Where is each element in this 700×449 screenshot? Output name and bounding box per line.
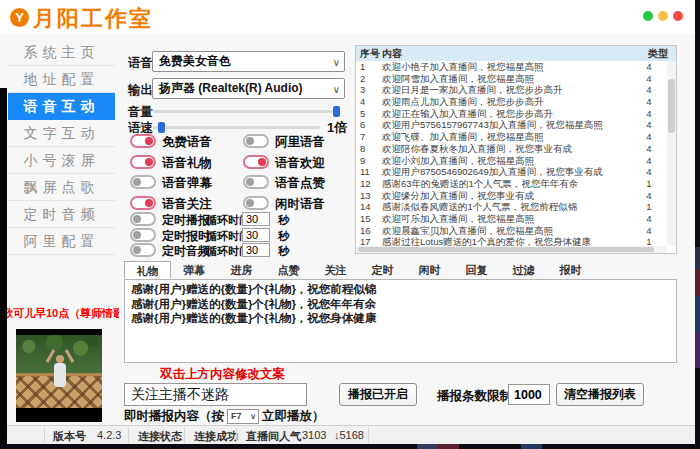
broadcast-toggle-button[interactable]: 播报已开启 bbox=[339, 383, 417, 406]
version-label: 版本号 bbox=[53, 429, 86, 444]
row-no: 7 bbox=[356, 131, 382, 143]
hotkey-select[interactable]: F7∨ bbox=[227, 409, 259, 424]
table-row[interactable]: 12感谢63年的兔赠送的1个人气票，祝您年年有余1 bbox=[356, 178, 667, 190]
ali-voice-toggle[interactable] bbox=[243, 134, 269, 148]
template-editor[interactable]: 感谢{用户}赠送的{数量}个{礼物}，祝您前程似锦感谢{用户}赠送的{数量}个{… bbox=[124, 279, 677, 363]
editor-line: 感谢{用户}赠送的{数量}个{礼物}，祝您身体健康 bbox=[131, 311, 670, 326]
clear-list-button[interactable]: 清空播报列表 bbox=[556, 383, 644, 406]
person-figure bbox=[52, 349, 68, 401]
row-type: 4 bbox=[631, 213, 667, 225]
voice-select[interactable]: 免费美女音色 ∨ bbox=[152, 51, 345, 72]
preview-photo bbox=[16, 335, 102, 408]
sidebar-item-2[interactable]: 地址配置 bbox=[8, 66, 115, 93]
tab-10[interactable]: 报时 bbox=[547, 261, 594, 279]
table-row[interactable]: 11欢迎用户8750546902649加入直播间，祝您事业有成4 bbox=[356, 166, 667, 178]
window-minimize-light[interactable] bbox=[643, 11, 653, 21]
speed-slider[interactable] bbox=[153, 126, 320, 129]
row-content: 欢迎小艳子加入直播间，祝您福星高照 bbox=[382, 61, 631, 73]
window-close-light[interactable] bbox=[673, 11, 683, 21]
popularity-label: 直播间人气 bbox=[246, 429, 301, 444]
table-row[interactable]: 1欢迎小艳子加入直播间，祝您福星高照4 bbox=[356, 61, 667, 73]
live-preview-thumbnail[interactable] bbox=[16, 329, 102, 422]
table-row[interactable]: 9欢迎小刘加入直播间，祝您福星高照4 bbox=[356, 155, 667, 167]
table-row[interactable]: 4欢迎雨点儿加入直播间，祝您步步高升4 bbox=[356, 96, 667, 108]
table-header: 序号 内容 类型 bbox=[356, 46, 676, 61]
tab-1[interactable]: 礼物 bbox=[124, 261, 171, 279]
row-no: 3 bbox=[356, 84, 382, 96]
limit-input[interactable] bbox=[508, 384, 550, 405]
tab-9[interactable]: 过滤 bbox=[500, 261, 547, 279]
output-device-select[interactable]: 扬声器 (Realtek(R) Audio) ∨ bbox=[152, 78, 345, 99]
idle-voice-toggle[interactable] bbox=[243, 196, 269, 210]
table-row[interactable]: 14感谢淡似春风赠送的1个人气票，祝您前程似锦1 bbox=[356, 201, 667, 213]
table-row[interactable]: 13欢迎缘分加入直播间，祝您事业有成4 bbox=[356, 190, 667, 202]
row-no: 17 bbox=[356, 236, 382, 246]
sidebar-item-6[interactable]: 飘屏点歌 bbox=[8, 174, 115, 201]
timed-audio-toggle[interactable] bbox=[130, 243, 156, 257]
sidebar-item-3[interactable]: 语音互动 bbox=[8, 93, 115, 120]
table-row[interactable]: 6欢迎用户5756157967743加入直播间，祝您福星高照4 bbox=[356, 119, 667, 131]
voice-toggle-grid: 免费语音阿里语音语音礼物语音欢迎语音弹幕语音点赞语音关注闲时语音 bbox=[130, 134, 366, 216]
window-restore-light[interactable] bbox=[658, 11, 668, 21]
row-content: 欢迎飞碟、加入直播间，祝您福星高照 bbox=[382, 131, 631, 143]
voice-label: 语音 bbox=[128, 55, 153, 72]
volume-slider[interactable] bbox=[153, 110, 340, 113]
timed-broadcast-toggle[interactable] bbox=[130, 212, 156, 226]
toggle-knob-icon bbox=[133, 231, 141, 239]
tab-8[interactable]: 回复 bbox=[453, 261, 500, 279]
horizontal-scrollbar[interactable] bbox=[356, 246, 667, 253]
toggle-knob-icon bbox=[258, 158, 266, 166]
tab-7[interactable]: 闲时 bbox=[406, 261, 453, 279]
row-type: 4 bbox=[631, 190, 667, 202]
sidebar-item-5[interactable]: 小号滚屏 bbox=[8, 147, 115, 174]
voice-like-toggle[interactable] bbox=[243, 175, 269, 189]
free-voice-toggle[interactable] bbox=[130, 134, 156, 148]
row-type: 1 bbox=[631, 201, 667, 213]
tab-4[interactable]: 点赞 bbox=[265, 261, 312, 279]
voice-gift-label: 语音礼物 bbox=[162, 155, 212, 172]
voice-gift-toggle[interactable] bbox=[130, 155, 156, 169]
tab-2[interactable]: 弹幕 bbox=[171, 261, 218, 279]
voice-danmu-toggle[interactable] bbox=[130, 175, 156, 189]
table-row[interactable]: 15欢迎可乐加入直播间，祝您福星高照4 bbox=[356, 213, 667, 225]
editor-line: 感谢{用户}赠送的{数量}个{礼物}，祝您年年有余 bbox=[131, 297, 670, 312]
vertical-scrollbar-thumb[interactable] bbox=[668, 79, 675, 133]
volume-slider-handle[interactable] bbox=[333, 106, 340, 117]
sidebar-item-7[interactable]: 定时音频 bbox=[8, 201, 115, 228]
timed-audio-cycle-input[interactable] bbox=[242, 243, 270, 257]
table-row[interactable]: 16欢迎晨鑫宝贝加入直播间，祝您福星高照4 bbox=[356, 225, 667, 237]
table-row[interactable]: 5欢迎正在输入加入直播间，祝您步步高升4 bbox=[356, 108, 667, 120]
speed-slider-handle[interactable] bbox=[158, 122, 165, 133]
row-type: 4 bbox=[631, 155, 667, 167]
row-content: 欢迎晨鑫宝贝加入直播间，祝您福星高照 bbox=[382, 225, 631, 237]
voice-danmu-label: 语音弹幕 bbox=[162, 175, 212, 192]
sidebar-nav: 系统主页地址配置语音互动文字互动小号滚屏飘屏点歌定时音频阿里配置 bbox=[8, 39, 115, 255]
editor-line: 感谢{用户}赠送的{数量}个{礼物}，祝您前程似锦 bbox=[131, 282, 670, 297]
row-no: 9 bbox=[356, 155, 382, 167]
row-content: 欢迎陪你春夏秋冬加入直播间，祝您事业有成 bbox=[382, 143, 631, 155]
vertical-scrollbar[interactable] bbox=[667, 61, 676, 246]
timed-chime-toggle[interactable] bbox=[130, 228, 156, 242]
timed-broadcast-cycle-input[interactable] bbox=[242, 212, 270, 226]
sidebar-item-4[interactable]: 文字互动 bbox=[8, 120, 115, 147]
row-type: 4 bbox=[631, 108, 667, 120]
timed-audio-label: 定时音频 bbox=[162, 243, 210, 260]
table-row[interactable]: 17感谢过往Lotus赠送的1个真的爱你，祝您身体健康1 bbox=[356, 236, 667, 246]
table-row[interactable]: 2欢迎阿雪加入直播间，祝您福星高照4 bbox=[356, 73, 667, 85]
table-row[interactable]: 7欢迎飞碟、加入直播间，祝您福星高照4 bbox=[356, 131, 667, 143]
instant-broadcast-input[interactable] bbox=[124, 383, 307, 406]
sidebar-item-1[interactable]: 系统主页 bbox=[8, 39, 115, 66]
table-row[interactable]: 3欢迎日月是一家加入直播间，祝您步步高升4 bbox=[356, 84, 667, 96]
voice-welcome-toggle[interactable] bbox=[243, 155, 269, 169]
timed-chime-cycle-input[interactable] bbox=[242, 228, 270, 242]
row-no: 11 bbox=[356, 166, 382, 178]
horizontal-scrollbar-thumb[interactable] bbox=[358, 247, 654, 252]
tab-3[interactable]: 进房 bbox=[218, 261, 265, 279]
tab-5[interactable]: 关注 bbox=[312, 261, 359, 279]
row-content: 欢迎阿雪加入直播间，祝您福星高照 bbox=[382, 73, 631, 85]
table-row[interactable]: 8欢迎陪你春夏秋冬加入直播间，祝您事业有成4 bbox=[356, 143, 667, 155]
row-no: 8 bbox=[356, 143, 382, 155]
sidebar-item-8[interactable]: 阿里配置 bbox=[8, 228, 115, 255]
voice-follow-toggle[interactable] bbox=[130, 196, 156, 210]
tab-6[interactable]: 定时 bbox=[359, 261, 406, 279]
